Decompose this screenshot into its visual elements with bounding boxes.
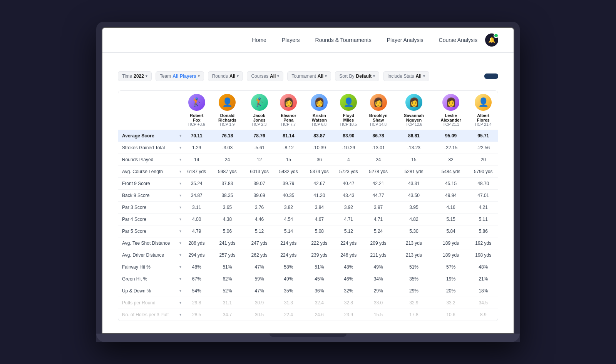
row-expand-icon[interactable]: ▾	[179, 169, 181, 174]
row-expand-icon[interactable]: ▾	[179, 253, 181, 257]
player-header-2: 🏌 Jacob Jones HCP 2.3	[245, 91, 273, 130]
row-expand-icon[interactable]: ▾	[179, 301, 181, 305]
nav-links: HomePlayersRounds & TournamentsPlayer An…	[252, 37, 477, 43]
player-hcp-1: HCP 1.9	[212, 122, 243, 127]
table-row: Par 5 Score▾4.795.065.125.145.085.125.24…	[118, 225, 498, 237]
cell-r13-c0: 54%	[184, 285, 209, 297]
nav-link-course-analysis[interactable]: Course Analysis	[439, 37, 477, 43]
cell-r7-c6: 4.71	[362, 214, 395, 225]
cell-r13-c1: 52%	[209, 285, 245, 297]
cell-r10-c2: 262 yds	[245, 249, 273, 261]
table-row: Fairway Hit %▾48%51%47%58%51%48%49%51%57…	[118, 261, 498, 273]
cell-r3-c3: 5432 yds	[274, 166, 303, 178]
player-header-0: 🏌️ Robert Fox HCP +3.6	[184, 91, 209, 130]
cell-r15-c6: 15.5	[362, 309, 395, 321]
filter-team[interactable]: Team All Players ▾	[156, 71, 204, 81]
cell-r3-c2: 6013 yds	[245, 166, 273, 178]
cell-r3-c8: 5484 yds	[433, 166, 469, 178]
row-expand-icon[interactable]: ▾	[179, 217, 181, 221]
cell-r1-c8: -22.15	[433, 142, 469, 154]
cell-r9-c0: 286 yds	[184, 237, 209, 249]
cell-r3-c6: 5278 yds	[362, 166, 395, 178]
cell-r8-c9: 5.86	[469, 225, 498, 237]
row-expand-icon[interactable]: ▾	[179, 157, 181, 162]
row-expand-icon[interactable]: ▾	[179, 181, 181, 185]
cell-r11-c2: 47%	[245, 261, 273, 273]
cell-r1-c7: -13.23	[395, 142, 433, 154]
compare-button[interactable]	[484, 73, 498, 79]
cell-r15-c5: 23.9	[335, 309, 362, 321]
row-expand-icon[interactable]: ▾	[179, 205, 181, 209]
cell-r12-c4: 45%	[303, 273, 335, 285]
player-avatar-0: 🏌️	[188, 94, 205, 111]
row-expand-icon[interactable]: ▾	[179, 241, 181, 245]
cell-r11-c3: 58%	[274, 261, 303, 273]
row-expand-icon[interactable]: ▾	[179, 312, 181, 317]
cell-r6-c7: 3.95	[395, 202, 433, 214]
cell-r0-c5: 83.90	[335, 130, 362, 142]
player-name-1: Donald Richards	[212, 113, 243, 122]
nav-link-player-analysis[interactable]: Player Analysis	[387, 37, 424, 43]
cell-r2-c8: 32	[433, 154, 469, 166]
cell-r0-c8: 95.09	[433, 130, 469, 142]
cell-r11-c6: 49%	[362, 261, 395, 273]
cell-r12-c6: 34%	[362, 273, 395, 285]
cell-r2-c3: 15	[274, 154, 303, 166]
player-name-4: Kristin Watson	[306, 113, 333, 122]
row-label-text: Avg. Driver Distance	[122, 252, 164, 258]
player-name-8: Leslie Alexander	[435, 113, 467, 122]
player-avatar-2: 🏌	[251, 94, 268, 111]
cell-r15-c4: 24.6	[303, 309, 335, 321]
row-expand-icon[interactable]: ▾	[179, 277, 181, 281]
data-table-container: 🏌️ Robert Fox HCP +3.6 👤 Donald Richards…	[118, 90, 498, 322]
cell-r8-c4: 5.08	[303, 225, 335, 237]
cell-r1-c6: -13.01	[362, 142, 395, 154]
player-hcp-0: HCP +3.6	[186, 122, 207, 127]
row-expand-icon[interactable]: ▾	[179, 145, 181, 150]
nav-link-players[interactable]: Players	[282, 37, 300, 43]
filter-time[interactable]: Time 2022 ▾	[118, 71, 152, 81]
row-expand-icon[interactable]: ▾	[179, 134, 181, 138]
filter-sort-by[interactable]: Sort By Default ▾	[335, 71, 379, 81]
notification-bell[interactable]: 🔔	[485, 33, 498, 47]
cell-r5-c8: 49.94	[433, 190, 469, 202]
cell-r9-c9: 192 yds	[469, 237, 498, 249]
nav-link-home[interactable]: Home	[252, 37, 266, 43]
filter-tournament[interactable]: Tournament All ▾	[287, 71, 331, 81]
row-expand-icon[interactable]: ▾	[179, 289, 181, 293]
cell-r1-c1: -3.03	[209, 142, 245, 154]
cell-r12-c2: 59%	[245, 273, 273, 285]
cell-r15-c3: 22.4	[274, 309, 303, 321]
cell-r15-c0: 28.5	[184, 309, 209, 321]
row-expand-icon[interactable]: ▾	[179, 229, 181, 233]
row-label-text: Green Hit %	[122, 276, 147, 282]
player-name-2: Jacob Jones	[247, 113, 271, 122]
cell-r10-c5: 246 yds	[335, 249, 362, 261]
cell-r3-c1: 5987 yds	[209, 166, 245, 178]
player-avatar-4: 👩	[311, 94, 328, 111]
table-row: Average Score▾70.1176.1878.7681.1483.878…	[118, 130, 498, 142]
cell-r5-c0: 34.87	[184, 190, 209, 202]
player-avatar-6: 👩	[370, 94, 387, 111]
row-label-text: No. of Holes per 3 Putt	[122, 312, 169, 317]
cell-r4-c8: 45.15	[433, 178, 469, 190]
cell-r5-c1: 38.35	[209, 190, 245, 202]
cell-r14-c7: 32.9	[395, 297, 433, 309]
filter-courses[interactable]: Courses All ▾	[247, 71, 283, 81]
cell-r1-c2: -5.61	[245, 142, 273, 154]
cell-r10-c6: 211 yds	[362, 249, 395, 261]
cell-r1-c0: 1.29	[184, 142, 209, 154]
filter-include-stats[interactable]: Include Stats All ▾	[383, 71, 429, 81]
row-expand-icon[interactable]: ▾	[179, 193, 181, 197]
cell-r10-c1: 257 yds	[209, 249, 245, 261]
cell-r14-c8: 33.2	[433, 297, 469, 309]
cell-r12-c1: 62%	[209, 273, 245, 285]
nav-link-rounds-&-tournaments[interactable]: Rounds & Tournaments	[315, 37, 372, 43]
filter-rounds[interactable]: Rounds All ▾	[208, 71, 243, 81]
row-expand-icon[interactable]: ▾	[179, 265, 181, 269]
row-label-header	[118, 91, 184, 130]
cell-r4-c1: 37.83	[209, 178, 245, 190]
cell-r9-c4: 222 yds	[303, 237, 335, 249]
cell-r1-c5: -10.29	[335, 142, 362, 154]
cell-r15-c7: 17.8	[395, 309, 433, 321]
